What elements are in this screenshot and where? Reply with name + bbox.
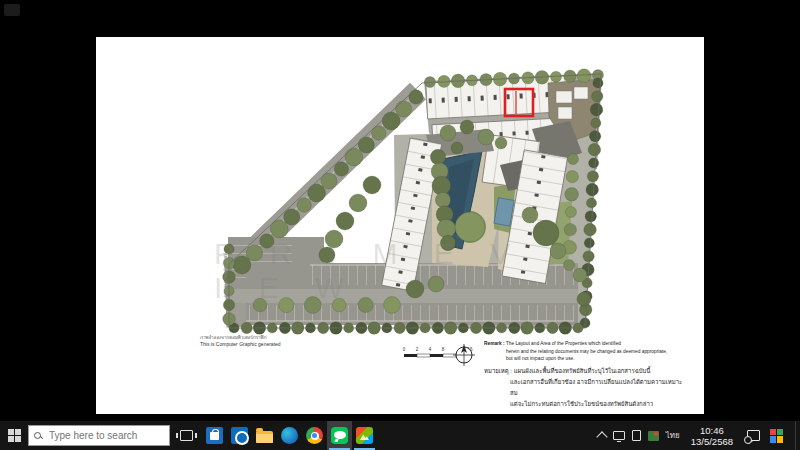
image-viewer-icon — [356, 427, 373, 444]
taskbar-item-chrome[interactable] — [302, 421, 327, 450]
colorful-tray-icon[interactable] — [770, 429, 784, 443]
taskbar-item-edge[interactable] — [277, 421, 302, 450]
screen-corner-artifact — [4, 4, 20, 16]
svg-text:0: 0 — [403, 347, 406, 352]
system-tray: ไทย 10:46 13/5/2568 — [598, 421, 800, 450]
cg-caption: ภาพจำลองจากคอมพิวเตอร์กราฟิก This is Com… — [200, 334, 281, 348]
taskbar-search[interactable] — [28, 425, 170, 446]
remark-thai-line-3: แต่จะไม่กระทบต่อการใช้ประโยชน์ของทรัพย์ส… — [510, 399, 684, 410]
remark-line-3: but will not impact upon the use. — [506, 355, 684, 363]
road-name-label: ถนนสาธารณประโยชน์ — [222, 208, 229, 298]
outlook-icon — [231, 427, 248, 444]
remark-line-1: Remark : The Layout and Area of the Prop… — [484, 340, 684, 348]
windows-logo-icon — [8, 429, 21, 442]
taskbar: ไทย 10:46 13/5/2568 — [0, 421, 800, 450]
language-indicator[interactable]: ไทย — [666, 429, 680, 442]
task-view-icon[interactable] — [180, 430, 193, 441]
tray-date: 13/5/2568 — [691, 436, 733, 447]
screenshot-tool-icon[interactable] — [648, 431, 659, 441]
remark-thai-line-1: หมายเหตุ : แผนผังและพื้นที่ของทรัพย์สินท… — [484, 366, 684, 377]
taskbar-item-line[interactable] — [327, 421, 352, 450]
remark-block: Remark : The Layout and Area of the Prop… — [484, 340, 684, 410]
search-icon — [34, 432, 42, 440]
remark-thai-line-2: และเอกสารอื่นที่เกี่ยวข้อง อาจมีการเปลี่… — [510, 377, 684, 399]
start-button[interactable] — [0, 421, 28, 450]
remark-line-2: herein and the relating documents may be… — [506, 348, 684, 356]
tray-expand-chevron-icon[interactable] — [596, 431, 607, 442]
chrome-icon — [306, 427, 323, 444]
taskbar-item-store[interactable] — [202, 421, 227, 450]
taskbar-clock[interactable]: 10:46 13/5/2568 — [687, 425, 737, 447]
svg-text:2: 2 — [416, 347, 419, 352]
tray-time: 10:46 — [691, 425, 733, 436]
show-desktop-button[interactable] — [795, 421, 800, 450]
search-input[interactable] — [47, 429, 157, 442]
taskbar-item-file-explorer[interactable] — [252, 421, 277, 450]
store-icon — [206, 427, 223, 444]
svg-text:8: 8 — [442, 347, 445, 352]
line-app-icon — [331, 427, 348, 444]
taskbar-item-image-viewer[interactable] — [352, 421, 377, 450]
taskbar-item-outlook[interactable] — [227, 421, 252, 450]
folder-icon — [256, 431, 273, 443]
document-page[interactable]: 0 2 4 8 16 P R I M E V I E W ภาพจำลองจาก… — [96, 37, 704, 414]
onedrive-icon[interactable] — [632, 430, 641, 441]
display-icon[interactable] — [613, 431, 625, 440]
cg-caption-thai: ภาพจำลองจากคอมพิวเตอร์กราฟิก — [200, 334, 281, 341]
svg-text:4: 4 — [429, 347, 432, 352]
cg-caption-english: This is Computer Graphic generated — [200, 341, 281, 348]
desktop: 0 2 4 8 16 P R I M E V I E W ภาพจำลองจาก… — [0, 0, 800, 450]
edge-icon — [281, 427, 298, 444]
notification-center-icon[interactable] — [747, 430, 760, 441]
